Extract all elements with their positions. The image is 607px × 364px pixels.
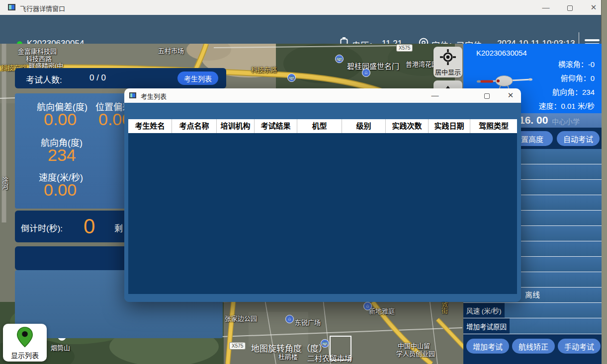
transit-poi-icon: 🚌: [287, 73, 296, 82]
window-title: 飞行器详情窗口: [20, 3, 65, 13]
map-label-faint: 中心小学: [552, 116, 580, 126]
green-pin-icon: [14, 326, 35, 349]
dialog-minimize-icon[interactable]: —: [427, 91, 443, 99]
col-header: 考试结果: [255, 119, 297, 133]
map-label: 碧桂园盛世名门: [347, 61, 399, 71]
house-poi-icon: ⌂: [285, 315, 294, 323]
dialog-title: 考生列表: [141, 91, 167, 101]
candidate-table-header: 考生姓名 考点名称 培训机构 考试结果 机型 级别 实践次数 实践日期 驾照类型: [128, 119, 517, 133]
candidate-table-body: [128, 133, 517, 294]
manual-exam-button[interactable]: 手动考试: [558, 339, 601, 354]
dialog-maximize-icon[interactable]: [478, 91, 495, 99]
wind-speed-label: 风速 (米/秒): [463, 303, 505, 318]
house-poi-icon: ⌂: [362, 69, 370, 77]
route-correct-button[interactable]: 航线矫正: [512, 339, 555, 354]
map-label: 烟筒山: [51, 343, 70, 352]
candidate-list-dialog: 考生列表 — ✕ 考生姓名 考点名称 培训机构 考试结果 机型 级别 实践次数 …: [124, 88, 521, 302]
screen: 飞行器详情窗口 — ✕ K20230630054 电压： 11.21 定位： 已…: [0, 0, 607, 364]
exam-count-value: 0 / 0: [89, 73, 106, 83]
countdown-value: 0: [84, 215, 95, 238]
heading-deviation-value: 0.00: [44, 110, 77, 129]
crosshair-icon: [439, 48, 457, 66]
maximize-icon[interactable]: [559, 0, 581, 15]
exam-count-bar: 考试人数: 0 / 0 考生列表: [15, 68, 226, 88]
road-badge: X575: [396, 44, 413, 52]
map-label: 涂河: [0, 177, 9, 190]
heading-angle-value: 234: [48, 146, 76, 165]
col-header: 考点名称: [172, 119, 217, 133]
dialog-titlebar: 考生列表 — ✕: [124, 88, 521, 103]
yaw-angle: 航向角：234: [552, 86, 595, 97]
col-header: 驾照类型: [470, 119, 517, 133]
auto-exam-button[interactable]: 自动考试: [557, 131, 600, 146]
show-list-label: 显示列表: [3, 350, 47, 360]
aircraft-id: K20230630054: [476, 49, 527, 57]
altitude-value: 16. 00: [519, 114, 548, 126]
col-header: 机型: [297, 119, 342, 133]
window-titlebar: 飞行器详情窗口 — ✕: [0, 0, 601, 15]
map-label: 五村市场: [158, 46, 184, 55]
roll-angle: 横滚角：-0: [558, 59, 595, 69]
center-map-button[interactable]: 居中显示: [434, 47, 462, 77]
add-exam-reason-row: 增加考试原因: [463, 318, 602, 334]
map-label: 东锐广场: [295, 317, 321, 327]
desktop-background: [602, 0, 607, 364]
minimize-icon[interactable]: —: [535, 0, 557, 15]
house-poi-icon: ⌂: [363, 302, 372, 310]
add-exam-button[interactable]: 增加考试: [466, 339, 509, 354]
map-label: 学人员创业园: [396, 349, 435, 358]
col-header: 级别: [342, 119, 386, 133]
speed-value: 0.00: [44, 180, 77, 200]
map-label: 张家边公园: [225, 313, 257, 323]
map-rotation-label: 地图旋转角度（度）: [251, 342, 327, 354]
col-header: 实践日期: [429, 119, 470, 133]
candidate-list-button[interactable]: 考生列表: [177, 72, 218, 85]
col-header: 培训机构: [217, 119, 255, 133]
dialog-app-icon: [129, 92, 136, 98]
wind-speed-row: 风速 (米/秒): [463, 303, 602, 318]
transit-poi-icon: 🚌: [335, 55, 344, 63]
dialog-maximize-box-glyph: [484, 93, 490, 99]
add-exam-reason-label: 增加考试原因: [463, 318, 510, 334]
pitch-angle: 俯仰角：0: [561, 73, 595, 83]
close-icon[interactable]: ✕: [583, 0, 605, 15]
app-icon: [8, 4, 15, 10]
map-rotation-box: [330, 336, 351, 361]
app-header: K20230630054 电压： 11.21 定位： 已定位 2024-10-1…: [0, 15, 601, 44]
exam-count-label: 考试人数:: [26, 73, 62, 85]
dialog-close-icon[interactable]: ✕: [502, 91, 519, 100]
action-button-bar: 增加考试 航线矫正 手动考试: [463, 334, 602, 364]
col-header: 实践次数: [386, 119, 429, 133]
road-badge: X575: [229, 342, 246, 350]
countdown-suffix: 剩: [114, 221, 123, 234]
speed-readout: 速度：0.01 米/秒: [538, 100, 595, 111]
map-label: 新地雅庭: [369, 306, 395, 315]
dialog-body: 考生姓名 考点名称 培训机构 考试结果 机型 级别 实践次数 实践日期 驾照类型: [124, 103, 521, 302]
countdown-label: 倒计时(秒):: [21, 221, 63, 234]
col-header: 考生姓名: [128, 119, 172, 133]
maximize-box-glyph: [567, 5, 573, 11]
show-list-button[interactable]: 显示列表: [3, 324, 47, 362]
map-road-label: 科技东路: [251, 65, 277, 74]
center-map-label: 居中显示: [434, 67, 462, 76]
aircraft-detail-window: 飞行器详情窗口 — ✕ K20230630054 电压： 11.21 定位： 已…: [0, 0, 602, 364]
